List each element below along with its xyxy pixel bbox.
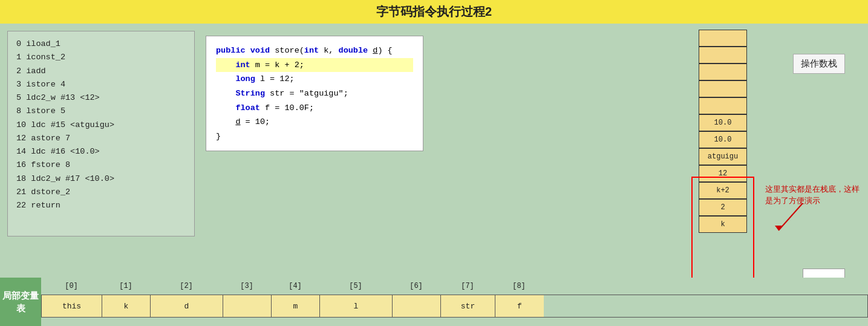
lv-header-3: [3] (223, 278, 271, 295)
stack-cell-5: 10.0 (699, 114, 747, 131)
stack-cell-0 (699, 30, 747, 47)
local-var-section: 局部变量表 [0] [1] [2] [3] [4] [5] [6] [7] [8… (0, 278, 868, 326)
lv-header-2: [2] (150, 278, 223, 295)
lv-cell-6 (393, 295, 441, 317)
code-line-1: public void store(int k, double d) { (216, 44, 413, 58)
lv-cell-0: this (42, 295, 102, 317)
bytecode-line-12: 22 return (16, 199, 186, 212)
code-line-2: int m = k + 2; (216, 58, 413, 73)
bytecode-line-0: 0 iload_1 (16, 37, 186, 51)
bytecode-line-1: 1 iconst_2 (16, 51, 186, 64)
bytecode-line-8: 14 ldc #16 <10.0> (16, 145, 186, 158)
stack-cell-8: 12 (699, 165, 747, 182)
stack-cell-3 (699, 80, 747, 97)
lv-header-7: [7] (440, 278, 495, 295)
stack-cell-2 (699, 64, 747, 80)
stack-area: 10.0 10.0 atguigu 12 k+2 2 k (699, 30, 747, 233)
stack-cell-9: k+2 (699, 182, 747, 199)
bytecode-line-10: 18 ldc2_w #17 <10.0> (16, 172, 186, 186)
lv-cell-4: m (272, 295, 320, 317)
lv-cell-2: d (151, 295, 223, 317)
bytecode-line-2: 2 iadd (16, 65, 186, 78)
lv-cells-row: this k d m l str f (41, 295, 868, 318)
bytecode-line-4: 5 ldc2_w #13 <12> (16, 91, 186, 105)
lv-cell-1: k (102, 295, 151, 317)
local-var-label: 局部变量表 (0, 278, 41, 326)
stack-cell-1 (699, 47, 747, 64)
lv-cell-7: str (441, 295, 495, 317)
local-var-table: [0] [1] [2] [3] [4] [5] [6] [7] [8] this… (41, 278, 868, 326)
code-line-6: d = 10; (216, 115, 413, 129)
stack-cell-4 (699, 97, 747, 114)
bytecode-panel: 0 iload_1 1 iconst_2 2 iadd 3 istore 4 5… (7, 31, 195, 236)
stack-cell-6: 10.0 (699, 131, 747, 148)
bytecode-line-5: 8 lstore 5 (16, 105, 186, 118)
lv-header-5: [5] (319, 278, 392, 295)
lv-header-6: [6] (392, 278, 440, 295)
lv-headers: [0] [1] [2] [3] [4] [5] [6] [7] [8] (41, 278, 868, 295)
bytecode-line-7: 12 astore 7 (16, 132, 186, 145)
lv-header-4: [4] (271, 278, 319, 295)
lv-cell-8: f (495, 295, 544, 317)
bytecode-line-3: 3 istore 4 (16, 78, 186, 91)
lv-cell-3 (223, 295, 272, 317)
stack-cell-11: k (699, 216, 747, 233)
svg-marker-1 (775, 226, 783, 230)
stack-label: 操作数栈 (793, 54, 845, 74)
code-line-5: float f = 10.0F; (216, 101, 413, 116)
code-line-3: long l = 12; (216, 72, 413, 86)
bytecode-line-6: 10 ldc #15 <atguigu> (16, 119, 186, 132)
lv-header-0: [0] (41, 278, 102, 295)
lv-cell-5: l (320, 295, 393, 317)
annotation-text: 这里其实都是在栈底，这样是为了方便演示 (765, 184, 862, 207)
code-popup: public void store(int k, double d) { int… (206, 36, 423, 151)
lv-header-8: [8] (495, 278, 543, 295)
bytecode-line-11: 21 dstore_2 (16, 186, 186, 199)
svg-line-0 (778, 203, 803, 230)
stack-cell-10: 2 (699, 199, 747, 216)
bytecode-line-9: 16 fstore 8 (16, 158, 186, 172)
code-line-7: } (216, 129, 413, 144)
stack-cell-7: atguigu (699, 148, 747, 165)
lv-header-1: [1] (102, 278, 150, 295)
page-title: 字节码指令执行过程2 (0, 0, 868, 24)
code-line-4: String str = "atguigu"; (216, 86, 413, 101)
